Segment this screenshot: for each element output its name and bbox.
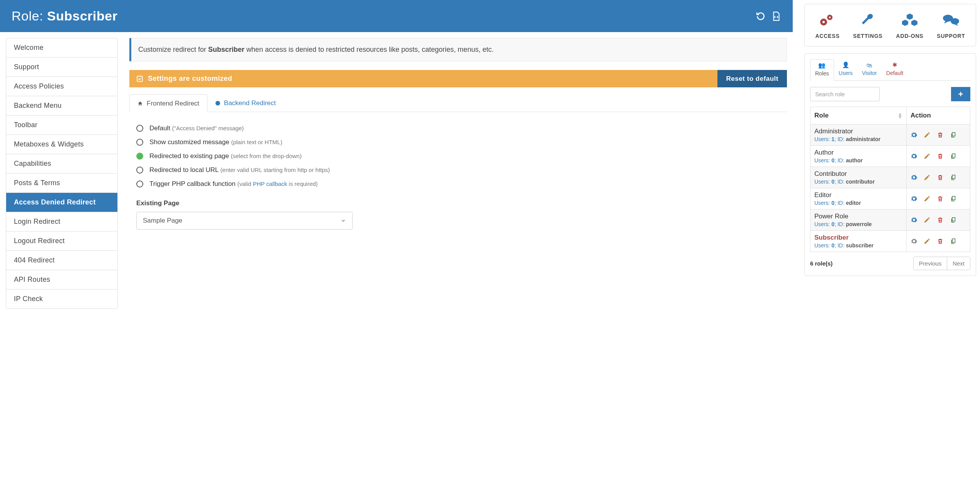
pager-prev-button[interactable]: Previous	[914, 257, 947, 270]
customized-banner: Settings are customized	[129, 70, 717, 87]
info-box: Customize redirect for Subscriber when a…	[129, 38, 787, 61]
manage-icon[interactable]	[910, 195, 917, 202]
page-title: Role: Subscriber	[12, 9, 117, 24]
table-row[interactable]: Power Role Users: 0; ID: powerrole	[810, 209, 970, 231]
sidebar-item[interactable]: Login Redirect	[6, 212, 117, 232]
reset-to-default-button[interactable]: Reset to default	[717, 70, 787, 87]
header-bar: Role: Subscriber	[0, 0, 793, 32]
role-name: Editor	[814, 191, 902, 199]
minitab-users[interactable]: 👤 Users	[834, 59, 858, 80]
gears-icon	[815, 12, 839, 29]
cubes-icon	[896, 12, 924, 29]
refresh-icon[interactable]	[756, 11, 766, 21]
table-row[interactable]: Administrator Users: 1; ID: administrato…	[810, 124, 970, 146]
sidebar-item[interactable]: Backend Menu	[6, 96, 117, 116]
wrench-icon	[853, 12, 882, 29]
sidebar-item[interactable]: Toolbar	[6, 116, 117, 135]
php-callback-link[interactable]: PHP callback	[253, 180, 287, 187]
edit-icon[interactable]	[924, 238, 931, 245]
clone-icon[interactable]	[950, 238, 957, 245]
nav-access[interactable]: ACCESS	[815, 12, 839, 39]
clone-icon[interactable]	[950, 131, 957, 138]
minitab-default[interactable]: ✱ Default	[882, 59, 908, 80]
pager: Previous Next	[913, 257, 970, 270]
radio-icon	[136, 167, 143, 174]
sidebar-item[interactable]: 404 Redirect	[6, 251, 117, 270]
sidebar-item[interactable]: API Routes	[6, 270, 117, 289]
manage-icon[interactable]	[910, 238, 917, 245]
sidebar-item[interactable]: Capabilities	[6, 154, 117, 174]
table-row[interactable]: Subscriber Users: 0; ID: subscriber	[810, 231, 970, 252]
radio-local-url[interactable]: Redirected to local URL (enter valid URL…	[136, 163, 787, 177]
sidebar-item[interactable]: Metaboxes & Widgets	[6, 135, 117, 154]
delete-icon[interactable]	[937, 195, 944, 202]
sidebar-item[interactable]: Logout Redirect	[6, 232, 117, 251]
search-role-input[interactable]	[810, 87, 880, 101]
check-badge-icon	[136, 75, 143, 82]
table-row[interactable]: Contributor Users: 0; ID: contributor	[810, 167, 970, 188]
visitor-icon: 🛍	[862, 61, 877, 68]
manage-icon[interactable]	[910, 174, 917, 181]
col-action: Action	[907, 107, 970, 124]
clone-icon[interactable]	[950, 174, 957, 181]
role-meta: Users: 1; ID: administrator	[814, 136, 902, 142]
clone-icon[interactable]	[950, 216, 957, 223]
delete-icon[interactable]	[937, 131, 944, 138]
tab-frontend-redirect[interactable]: Frontend Redirect	[129, 94, 207, 112]
svg-point-2	[822, 21, 825, 23]
table-row[interactable]: Author Users: 0; ID: author	[810, 146, 970, 167]
sidebar-item[interactable]: IP Check	[6, 289, 117, 308]
delete-icon[interactable]	[937, 153, 944, 160]
manage-icon[interactable]	[910, 153, 917, 160]
role-meta: Users: 0; ID: editor	[814, 200, 902, 206]
edit-icon[interactable]	[924, 195, 931, 202]
tab-backend-redirect[interactable]: Backend Redirect	[207, 94, 284, 112]
radio-php-callback[interactable]: Trigger PHP callback function (valid PHP…	[136, 177, 787, 191]
role-meta: Users: 0; ID: powerrole	[814, 221, 902, 227]
users-group-icon: 👥	[815, 62, 829, 69]
radio-icon	[136, 125, 143, 132]
clone-icon[interactable]	[950, 153, 957, 160]
role-name: Author	[814, 149, 902, 157]
radio-default[interactable]: Default ("Access Denied" message)	[136, 121, 787, 135]
minitab-visitor[interactable]: 🛍 Visitor	[857, 59, 882, 80]
chevron-down-icon	[341, 218, 346, 223]
user-icon: 👤	[839, 61, 853, 68]
existing-page-select[interactable]: Sample Page	[136, 212, 353, 230]
minitab-roles[interactable]: 👥 Roles	[810, 59, 834, 81]
delete-icon[interactable]	[937, 238, 944, 245]
svg-point-6	[951, 18, 959, 24]
home-icon	[137, 101, 143, 106]
delete-icon[interactable]	[937, 216, 944, 223]
sidebar-item[interactable]: Access Policies	[6, 77, 117, 96]
pager-next-button[interactable]: Next	[947, 257, 970, 270]
sidebar-item[interactable]: Support	[6, 58, 117, 77]
edit-icon[interactable]	[924, 131, 931, 138]
radio-existing-page[interactable]: Redirected to existing page (select from…	[136, 149, 787, 163]
nav-settings[interactable]: SETTINGS	[853, 12, 882, 39]
manage-icon[interactable]	[910, 131, 917, 138]
table-row[interactable]: Editor Users: 0; ID: editor	[810, 188, 970, 209]
sidebar-item[interactable]: Access Denied Redirect	[6, 193, 117, 212]
edit-icon[interactable]	[924, 174, 931, 181]
edit-icon[interactable]	[924, 216, 931, 223]
svg-point-4	[829, 17, 831, 18]
col-role[interactable]: Role ▲▼	[810, 107, 907, 124]
radio-custom-message[interactable]: Show customized message (plain text or H…	[136, 135, 787, 149]
sidebar-item[interactable]: Posts & Terms	[6, 174, 117, 193]
code-file-icon[interactable]	[771, 11, 781, 21]
radio-icon	[136, 180, 143, 187]
delete-icon[interactable]	[937, 174, 944, 181]
sidebar: WelcomeSupportAccess PoliciesBackend Men…	[6, 38, 118, 309]
manage-icon[interactable]	[910, 216, 917, 223]
asterisk-icon: ✱	[886, 61, 903, 68]
role-name: Administrator	[814, 128, 902, 135]
radio-selected-icon	[136, 153, 143, 160]
edit-icon[interactable]	[924, 153, 931, 160]
sidebar-item[interactable]: Welcome	[6, 38, 117, 58]
add-role-button[interactable]: +	[951, 87, 970, 101]
radio-icon	[136, 139, 143, 146]
clone-icon[interactable]	[950, 195, 957, 202]
nav-addons[interactable]: ADD-ONS	[896, 12, 924, 39]
nav-support[interactable]: SUPPORT	[937, 12, 965, 39]
